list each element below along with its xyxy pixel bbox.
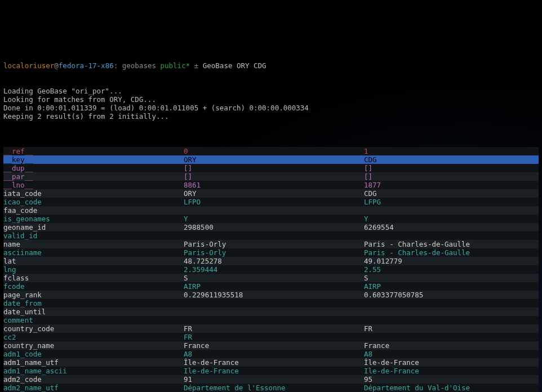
- table-row: lng2.3594442.55: [3, 265, 539, 274]
- value-col-1: 6269554: [364, 223, 539, 231]
- table-row: geoname_id29885006269554: [3, 223, 539, 231]
- table-row: valid_id: [3, 231, 539, 240]
- prompt-line: localoriuser@fedora-17-x86: geobases pub…: [3, 61, 539, 70]
- value-col-0: Paris-Orly: [184, 248, 364, 257]
- value-col-0: 8861: [184, 181, 364, 189]
- value-col-1: CDG: [364, 189, 539, 198]
- value-col-0: []: [184, 172, 364, 181]
- value-col-0: [184, 299, 364, 308]
- value-col-0: [184, 231, 364, 240]
- field-name: adm2_name_utf: [3, 384, 184, 392]
- table-row: nameParis-OrlyParis - Charles-de-Gaulle: [3, 240, 539, 248]
- field-name: __lno__: [3, 181, 184, 189]
- field-name: country_code: [3, 324, 184, 333]
- value-col-1: [364, 299, 539, 308]
- value-col-1: Île-de-France: [364, 358, 539, 367]
- value-col-1: [364, 316, 539, 324]
- value-col-0: Paris-Orly: [184, 240, 364, 248]
- value-col-0: ORY: [184, 155, 364, 164]
- field-name: adm1_code: [3, 350, 184, 358]
- value-col-1: 1: [364, 147, 539, 155]
- value-col-1: []: [364, 164, 539, 172]
- field-name: asciiname: [3, 248, 184, 257]
- table-row: adm1_name_asciiIle-de-FranceIle-de-Franc…: [3, 367, 539, 375]
- value-col-0: ORY: [184, 189, 364, 198]
- terminal[interactable]: localoriuser@fedora-17-x86: geobases pub…: [0, 42, 542, 392]
- value-col-1: 2.55: [364, 265, 539, 274]
- value-col-1: [364, 333, 539, 341]
- field-name: lng: [3, 265, 184, 274]
- value-col-0: Y: [184, 215, 364, 223]
- result-table: __ref__01__key__ORYCDG__dup__[][]__par__…: [3, 147, 539, 392]
- table-row: date_until: [3, 308, 539, 316]
- value-col-0: AIRP: [184, 282, 364, 291]
- value-col-0: [184, 308, 364, 316]
- value-col-0: S: [184, 274, 364, 282]
- table-row: comment: [3, 316, 539, 324]
- value-col-0: 2988500: [184, 223, 364, 231]
- output-line: Keeping 2 result(s) from 2 initially...: [3, 112, 539, 121]
- value-col-0: 0: [184, 147, 364, 155]
- value-col-0: 2.359444: [184, 265, 364, 274]
- table-row: cc2FR: [3, 333, 539, 341]
- value-col-1: Y: [364, 215, 539, 223]
- value-col-0: 48.725278: [184, 257, 364, 265]
- output-block: Loading GeoBase "ori_por"...Looking for …: [3, 87, 539, 129]
- table-row: asciinameParis-OrlyParis - Charles-de-Ga…: [3, 248, 539, 257]
- table-row: page_rank0.2296119355180.603377050785: [3, 291, 539, 299]
- value-col-1: CDG: [364, 155, 539, 164]
- value-col-1: [364, 231, 539, 240]
- field-name: iata_code: [3, 189, 184, 198]
- value-col-1: LFPG: [364, 198, 539, 206]
- field-name: valid_id: [3, 231, 184, 240]
- value-col-0: Île-de-France: [184, 358, 364, 367]
- table-row: country_nameFranceFrance: [3, 341, 539, 350]
- value-col-0: []: [184, 164, 364, 172]
- field-name: __key__: [3, 155, 184, 164]
- table-row: fcodeAIRPAIRP: [3, 282, 539, 291]
- prompt-sep: :: [114, 61, 122, 70]
- value-col-1: [364, 308, 539, 316]
- value-col-1: 95: [364, 375, 539, 384]
- field-name: __dup__: [3, 164, 184, 172]
- value-col-0: FR: [184, 333, 364, 341]
- table-row: is_geonamesYY: [3, 215, 539, 223]
- value-col-1: FR: [364, 324, 539, 333]
- field-name: cc2: [3, 333, 184, 341]
- value-col-1: 0.603377050785: [364, 291, 539, 299]
- table-row: date_from: [3, 299, 539, 308]
- value-col-0: 0.229611935518: [184, 291, 364, 299]
- table-row: __par__[][]: [3, 172, 539, 181]
- field-name: adm1_name_ascii: [3, 367, 184, 375]
- value-col-0: France: [184, 341, 364, 350]
- value-col-1: Département du Val-d'Oise: [364, 384, 539, 392]
- value-col-1: AIRP: [364, 282, 539, 291]
- table-row: fclassSS: [3, 274, 539, 282]
- table-row: __lno__88611877: [3, 181, 539, 189]
- output-line: Done in 0:00:01.011339 = (load) 0:00:01.…: [3, 104, 539, 112]
- field-name: fclass: [3, 274, 184, 282]
- value-col-1: []: [364, 172, 539, 181]
- table-row: faa_code: [3, 206, 539, 215]
- prompt-user: localoriuser: [3, 61, 54, 70]
- field-name: icao_code: [3, 198, 184, 206]
- value-col-1: S: [364, 274, 539, 282]
- prompt-command: GeoBase ORY CDG: [203, 61, 266, 70]
- table-row: __key__ORYCDG: [3, 155, 539, 164]
- table-row: adm2_name_utfDépartement de l'EssonneDép…: [3, 384, 539, 392]
- table-row: icao_codeLFPOLFPG: [3, 198, 539, 206]
- prompt-path: geobases: [122, 61, 156, 70]
- field-name: date_until: [3, 308, 184, 316]
- field-name: geoname_id: [3, 223, 184, 231]
- prompt-at: @: [54, 61, 59, 70]
- table-row: adm1_codeA8A8: [3, 350, 539, 358]
- value-col-0: Département de l'Essonne: [184, 384, 364, 392]
- field-name: __par__: [3, 172, 184, 181]
- value-col-1: 49.012779: [364, 257, 539, 265]
- field-name: comment: [3, 316, 184, 324]
- field-name: adm2_code: [3, 375, 184, 384]
- table-row: __dup__[][]: [3, 164, 539, 172]
- value-col-1: Paris - Charles-de-Gaulle: [364, 248, 539, 257]
- table-row: adm2_code9195: [3, 375, 539, 384]
- value-col-1: 1877: [364, 181, 539, 189]
